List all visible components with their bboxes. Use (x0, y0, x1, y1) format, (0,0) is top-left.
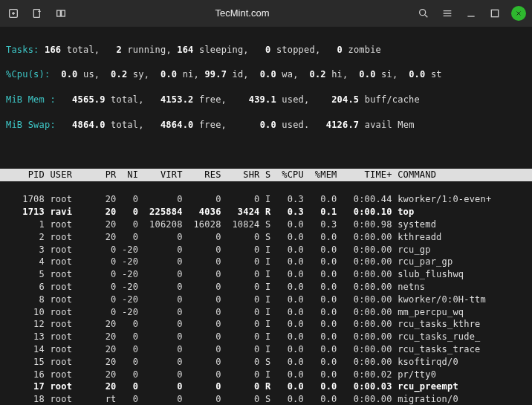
minimize-icon[interactable] (464, 6, 479, 21)
process-row: 1708 root 20 0 0 0 0 I 0.3 0.0 0:00.44 k… (6, 193, 526, 206)
process-row: 13 root 20 0 0 0 0 I 0.0 0.0 0:00.00 rcu… (6, 331, 526, 343)
cpu-label: %Cpu(s): (6, 69, 50, 80)
process-row: 16 root 20 0 0 0 0 I 0.0 0.0 0:00.02 pr/… (6, 369, 526, 381)
blank-line (6, 143, 526, 156)
process-row: 6 root 0 -20 0 0 0 I 0.0 0.0 0:00.00 net… (6, 281, 526, 294)
process-row: 5 root 0 -20 0 0 0 I 0.0 0.0 0:00.00 slu… (6, 268, 526, 281)
column-header-row: PID USER PR NI VIRT RES SHR S %CPU %MEM … (0, 169, 532, 181)
process-row: 2 root 20 0 0 0 0 S 0.0 0.0 0:00.00 kthr… (6, 231, 526, 244)
svg-rect-3 (62, 10, 65, 16)
process-row: 12 root 20 0 0 0 0 I 0.0 0.0 0:00.00 rcu… (6, 318, 526, 331)
maximize-icon[interactable] (487, 6, 502, 21)
new-tab-icon[interactable] (6, 6, 21, 21)
process-row: 3 root 0 -20 0 0 0 I 0.0 0.0 0:00.00 rcu… (6, 244, 526, 256)
process-row: 4 root 0 -20 0 0 0 I 0.0 0.0 0:00.00 rcu… (6, 256, 526, 268)
process-row: 1 root 20 0 106208 16028 10824 S 0.0 0.3… (6, 218, 526, 231)
process-list: 1708 root 20 0 0 0 0 I 0.3 0.0 0:00.44 k… (6, 193, 526, 405)
process-row: 10 root 0 -20 0 0 0 I 0.0 0.0 0:00.00 mm… (6, 306, 526, 319)
process-row: 17 root 20 0 0 0 0 R 0.0 0.0 0:00.03 rcu… (6, 380, 526, 393)
process-row: 15 root 20 0 0 0 0 S 0.0 0.0 0:00.00 kso… (6, 356, 526, 369)
svg-rect-1 (33, 10, 39, 18)
new-window-icon[interactable] (30, 6, 45, 21)
tasks-label: Tasks: (6, 45, 39, 55)
split-icon[interactable] (53, 6, 68, 21)
tasks-line: Tasks: 166 total, 2 running, 164 sleepin… (6, 44, 526, 56)
process-row: 8 root 0 -20 0 0 0 I 0.0 0.0 0:00.00 kwo… (6, 294, 526, 306)
menu-icon[interactable] (440, 6, 455, 21)
cpu-line: %Cpu(s): 0.0 us, 0.2 sy, 0.0 ni, 99.7 id… (6, 68, 526, 81)
process-row: 14 root 20 0 0 0 0 I 0.0 0.0 0:00.00 rcu… (6, 343, 526, 356)
window-title: TecMint.com (215, 7, 270, 20)
terminal-output[interactable]: Tasks: 166 total, 2 running, 164 sleepin… (0, 27, 532, 405)
swap-label: MiB Swap: (6, 120, 56, 130)
close-icon[interactable] (511, 6, 526, 21)
mem-label: MiB Mem : (6, 94, 56, 105)
swap-line: MiB Swap: 4864.0 total, 4864.0 free, 0.0… (6, 119, 526, 132)
mem-line: MiB Mem : 4565.9 total, 4153.2 free, 439… (6, 94, 526, 106)
window-titlebar: TecMint.com (0, 0, 532, 27)
process-row: 1713 ravi 20 0 225884 4036 3424 R 0.3 0.… (6, 206, 526, 218)
search-icon[interactable] (416, 6, 431, 21)
svg-point-4 (420, 10, 426, 16)
process-row: 18 root rt 0 0 0 0 S 0.0 0.0 0:00.00 mig… (6, 393, 526, 405)
svg-rect-2 (57, 10, 61, 16)
svg-rect-5 (491, 10, 498, 16)
